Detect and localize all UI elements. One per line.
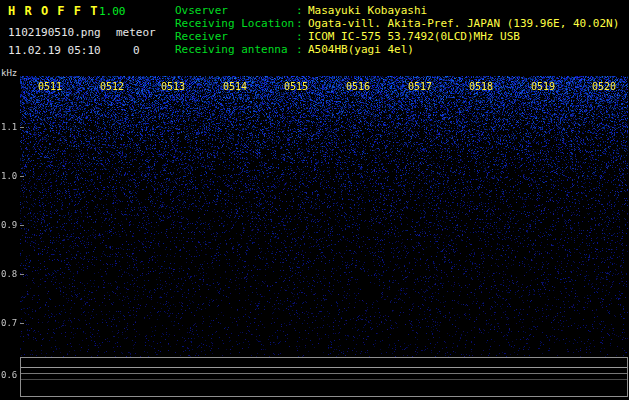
freq-tick xyxy=(20,274,24,275)
signal-level-strip xyxy=(20,357,628,397)
time-axis-label: 0520 xyxy=(592,82,616,92)
info-colon: : xyxy=(296,17,308,30)
khz-unit-label: kHz xyxy=(1,68,17,78)
info-row-antenna: Receiving antenna : A504HB(yagi 4el) xyxy=(175,43,619,56)
info-value: Ogata-vill. Akita-Pref. JAPAN (139.96E, … xyxy=(308,17,619,30)
info-label: Ovserver xyxy=(175,4,296,17)
observation-info: Ovserver : Masayuki Kobayashi Receiving … xyxy=(175,4,619,56)
freq-axis-label: 0.7 xyxy=(1,319,17,328)
freq-axis-label: 1.0 xyxy=(1,172,17,181)
info-label: Receiving Location xyxy=(175,17,296,30)
app-title: H R O F F T xyxy=(8,4,98,18)
info-label: Receiving antenna xyxy=(175,43,296,56)
app-version: 1.00 xyxy=(99,5,126,18)
info-value: ICOM IC-575 53.7492(0LCD)MHz USB xyxy=(308,30,520,43)
info-row-observer: Ovserver : Masayuki Kobayashi xyxy=(175,4,619,17)
info-colon: : xyxy=(296,30,308,43)
info-row-receiver: Receiver : ICOM IC-575 53.7492(0LCD)MHz … xyxy=(175,30,619,43)
time-axis-label: 0516 xyxy=(346,82,370,92)
info-colon: : xyxy=(296,43,308,56)
time-axis-label: 0511 xyxy=(38,82,62,92)
info-colon: : xyxy=(296,4,308,17)
time-axis-label: 0519 xyxy=(531,82,555,92)
freq-tick xyxy=(20,225,24,226)
time-axis-label: 0515 xyxy=(284,82,308,92)
hrofft-output: H R O F F T 1.00 1102190510.png meteor 1… xyxy=(0,0,629,400)
file-name: 1102190510.png xyxy=(8,26,101,39)
meteor-count: 0 xyxy=(133,44,140,57)
mode-label: meteor xyxy=(116,26,156,39)
info-value: Masayuki Kobayashi xyxy=(308,4,427,17)
freq-axis-label: 0.8 xyxy=(1,270,17,279)
time-axis-label: 0514 xyxy=(223,82,247,92)
info-value: A504HB(yagi 4el) xyxy=(308,43,414,56)
noise-floor-line xyxy=(21,379,627,380)
time-axis-label: 0512 xyxy=(100,82,124,92)
time-axis-label: 0517 xyxy=(408,82,432,92)
freq-tick xyxy=(20,323,24,324)
freq-axis-label: 1.1 xyxy=(1,123,17,132)
datetime-label: 11.02.19 05:10 xyxy=(8,44,101,57)
info-label: Receiver xyxy=(175,30,296,43)
freq-tick xyxy=(20,127,24,128)
noise-floor-line xyxy=(21,373,627,374)
freq-tick xyxy=(20,176,24,177)
noise-floor-line xyxy=(21,367,627,368)
time-axis-label: 0518 xyxy=(469,82,493,92)
spectrogram-noise xyxy=(20,76,628,357)
time-axis-label: 0513 xyxy=(161,82,185,92)
freq-axis-label: 0.9 xyxy=(1,221,17,230)
info-row-location: Receiving Location : Ogata-vill. Akita-P… xyxy=(175,17,619,30)
freq-axis-label: 0.6 xyxy=(1,371,17,380)
